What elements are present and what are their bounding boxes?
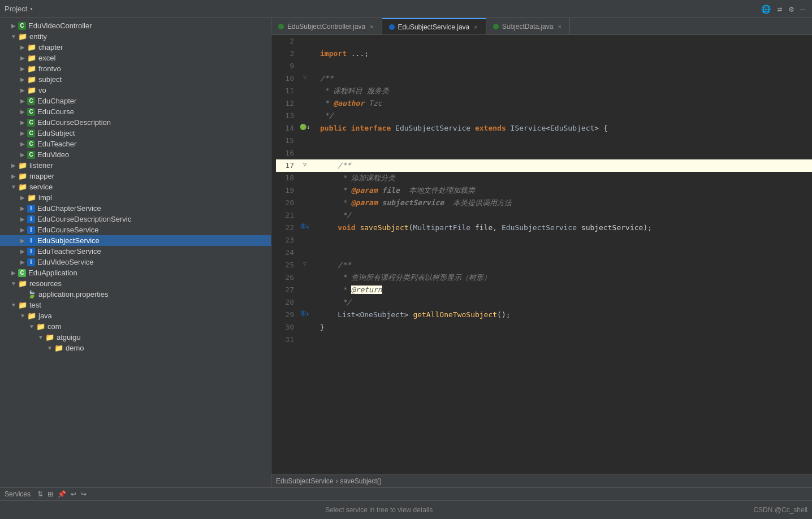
tree-arrow[interactable]: ▶ [18, 237, 27, 244]
sidebar-item-com[interactable]: ▼📁com [0, 321, 271, 332]
tree-arrow[interactable]: ▶ [18, 205, 27, 211]
tree-arrow[interactable]: ▼ [9, 33, 18, 40]
code-row: 10▽/** [276, 72, 812, 85]
gutter-cell [299, 209, 311, 222]
sidebar-item-eduapplication[interactable]: ▶CEduApplication [0, 267, 271, 278]
tree-arrow[interactable]: ▶ [18, 109, 27, 115]
sidebar-item-entity[interactable]: ▼📁entity [0, 31, 271, 42]
minimize-icon[interactable]: — [798, 3, 807, 15]
code-row: 30} [276, 321, 812, 334]
tab-close-3[interactable]: × [556, 23, 562, 31]
tree-icon: 📁 [18, 279, 27, 288]
tree-arrow[interactable]: ▶ [18, 119, 27, 126]
bottom-status-text: Select service in tree to view details [5, 506, 753, 514]
sidebar-item-application.properties[interactable]: 🍃application.properties [0, 289, 271, 300]
tab-edu-subject-controller[interactable]: EduSubjectController.java × [271, 18, 382, 34]
tree-arrow[interactable]: ▼ [9, 302, 18, 308]
sidebar-item-demo[interactable]: ▼📁demo [0, 343, 271, 353]
sidebar-item-frontvo[interactable]: ▶📁frontvo [0, 63, 271, 74]
sidebar-item-educhapter[interactable]: ▶CEduChapter [0, 96, 271, 106]
tree-arrow[interactable]: ▶ [18, 216, 27, 222]
tree-arrow[interactable]: ▶ [9, 162, 18, 168]
code-line-content: * 课程科目 服务类 [318, 85, 812, 97]
tab-close-2[interactable]: × [473, 23, 478, 31]
sidebar-item-educoursedescription[interactable]: ▶CEduCourseDescription [0, 117, 271, 128]
sidebar-item-atguigu[interactable]: ▼📁atguigu [0, 332, 271, 343]
run-icon[interactable]: 🟢↓ [300, 124, 310, 130]
tree-arrow[interactable]: ▼ [9, 184, 18, 190]
settings-icon[interactable]: ⚙ [787, 3, 796, 15]
sidebar-item-excel[interactable]: ▶📁excel [0, 53, 271, 63]
sidebar-item-eduteacher[interactable]: ▶CEduTeacher [0, 139, 271, 149]
tree-arrow[interactable]: ▶ [18, 152, 27, 158]
tree-arrow[interactable]: ▶ [9, 173, 18, 179]
global-icon[interactable]: 🌐 [759, 3, 773, 15]
sidebar-item-resources[interactable]: ▼📁resources [0, 278, 271, 289]
sidebar-item-test[interactable]: ▼📁test [0, 300, 271, 310]
sidebar-item-java[interactable]: ▼📁java [0, 310, 271, 321]
sidebar-item-educhapterservice[interactable]: ▶IEduChapterService [0, 203, 271, 214]
tree-arrow[interactable]: ▶ [18, 130, 27, 136]
dropdown-arrow[interactable]: ▾ [29, 6, 33, 12]
sidebar-item-edusubject[interactable]: ▶CEduSubject [0, 128, 271, 139]
sidebar-item-educourseservice[interactable]: ▶IEduCourseService [0, 224, 271, 235]
tree-arrow[interactable]: ▶ [18, 227, 27, 233]
sidebar-item-impl[interactable]: ▶📁impl [0, 192, 271, 203]
fold-arrow[interactable]: ▽ [303, 161, 306, 167]
impl-icon[interactable]: ①↓ [300, 223, 310, 230]
bottom-right-text: CSDN @Cc_shell [753, 506, 807, 514]
tree-arrow[interactable]: ▶ [18, 66, 27, 72]
tree-arrow[interactable]: ▼ [9, 280, 18, 287]
line-number: 19 [276, 184, 299, 197]
arrows-icon[interactable]: ⇄ [775, 3, 784, 15]
tree-arrow[interactable]: ▶ [9, 270, 18, 276]
tree-arrow[interactable]: ▼ [18, 313, 27, 319]
panel-icon-fwd[interactable]: ↪ [81, 490, 87, 498]
tree-arrow[interactable]: ▶ [18, 248, 27, 254]
line-number: 2 [276, 35, 299, 47]
tab-close-1[interactable]: × [369, 23, 374, 31]
tree-arrow[interactable]: ▶ [18, 98, 27, 104]
sidebar-item-educoursedescriptionservic[interactable]: ▶IEduCourseDescriptionServic [0, 214, 271, 224]
tree-arrow[interactable]: ▶ [18, 194, 27, 201]
tree-arrow[interactable]: ▶ [18, 44, 27, 50]
breadcrumb-bar: EduSubjectService › saveSubject() [271, 474, 812, 487]
code-line-content: */ [318, 209, 812, 222]
impl-icon[interactable]: ①↓ [300, 310, 310, 317]
sidebar-item-edusubjectservice[interactable]: ▶IEduSubjectService [0, 235, 271, 246]
panel-icon-expand[interactable]: ⊞ [47, 490, 53, 498]
fold-column [311, 246, 318, 259]
tab-subject-data[interactable]: SubjectData.java × [486, 18, 570, 34]
sidebar-item-eduvideocontroller[interactable]: ▶CEduVideoController [0, 20, 271, 31]
sidebar-item-vo[interactable]: ▶📁vo [0, 85, 271, 96]
tab-edu-subject-service[interactable]: EduSubjectService.java × [382, 18, 486, 34]
sidebar-item-listener[interactable]: ▶📁listener [0, 160, 271, 171]
gutter-cell [299, 197, 311, 209]
panel-icon-filter[interactable]: ⇅ [37, 490, 43, 498]
tree-arrow[interactable]: ▼ [45, 345, 54, 351]
tree-arrow[interactable]: ▶ [18, 141, 27, 147]
panel-icon-back[interactable]: ↩ [71, 490, 76, 498]
fold-arrow[interactable]: ▽ [303, 74, 306, 80]
sidebar-item-educourse[interactable]: ▶CEduCourse [0, 106, 271, 117]
sidebar-item-chapter[interactable]: ▶📁chapter [0, 42, 271, 53]
sidebar-item-eduvideoservice[interactable]: ▶IEduVideoService [0, 257, 271, 267]
tree-arrow[interactable]: ▼ [36, 334, 45, 340]
panel-icon-pin[interactable]: 📌 [58, 490, 66, 498]
sidebar-item-subject[interactable]: ▶📁subject [0, 74, 271, 85]
code-table: 23import ...;910▽/**11 * 课程科目 服务类12 * @a… [276, 35, 812, 346]
sidebar-item-service[interactable]: ▼📁service [0, 181, 271, 192]
tree-arrow[interactable]: ▶ [9, 23, 18, 29]
sidebar-item-mapper[interactable]: ▶📁mapper [0, 171, 271, 181]
tree-arrow[interactable]: ▶ [18, 76, 27, 83]
sidebar-item-eduteacherservice[interactable]: ▶IEduTeacherService [0, 246, 271, 257]
sidebar-item-eduvideo[interactable]: ▶CEduVideo [0, 149, 271, 160]
tree-arrow[interactable]: ▶ [18, 55, 27, 61]
code-content[interactable]: 23import ...;910▽/**11 * 课程科目 服务类12 * @a… [271, 35, 812, 474]
tree-arrow[interactable]: ▼ [27, 323, 36, 330]
fold-arrow[interactable]: ▽ [303, 261, 306, 267]
tree-label: EduChapter [37, 97, 76, 105]
tree-label: impl [38, 193, 52, 202]
tree-arrow[interactable]: ▶ [18, 259, 27, 265]
tree-arrow[interactable]: ▶ [18, 87, 27, 93]
